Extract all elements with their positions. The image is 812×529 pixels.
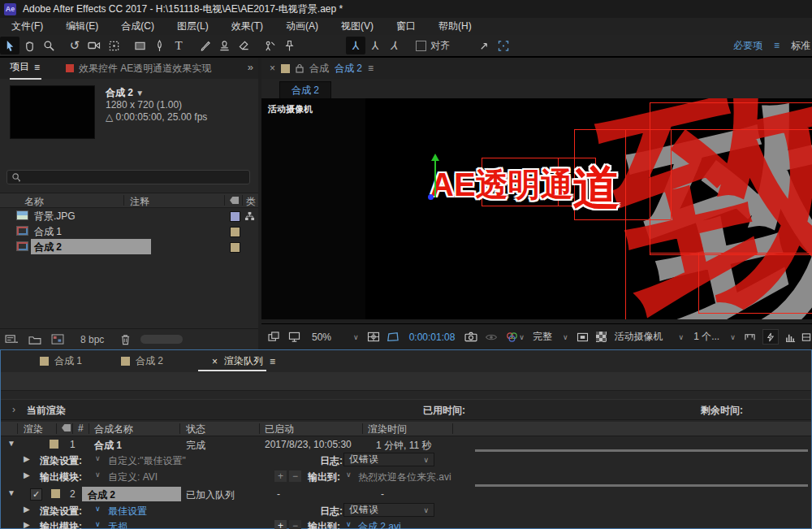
primary-viewer-icon[interactable]	[288, 332, 300, 342]
close-icon[interactable]: ×	[212, 356, 218, 367]
local-axis-mode-icon[interactable]: ⅄	[346, 37, 365, 54]
type-tool-icon[interactable]: T	[169, 37, 188, 54]
job-comp-name[interactable]: 合成 2	[88, 488, 115, 502]
panel-menu-icon[interactable]: ≡	[270, 356, 275, 367]
add-output-icon[interactable]: +	[274, 470, 287, 482]
expand-caret-icon[interactable]: ▼	[7, 488, 15, 497]
tab-comp1[interactable]: 合成 1	[40, 354, 82, 368]
settings-value[interactable]: 最佳设置	[108, 505, 147, 518]
module-value[interactable]: 无损	[108, 520, 127, 529]
trash-icon[interactable]	[120, 334, 131, 345]
col-type[interactable]: 类	[246, 195, 256, 209]
world-axis-mode-icon[interactable]: ⅄	[365, 37, 385, 54]
render-checkbox[interactable]: ✓	[30, 488, 42, 501]
project-row-bg-jpg[interactable]: 背景.JPG	[0, 208, 258, 223]
menu-help[interactable]: 帮助(H)	[427, 18, 483, 35]
tab-comp2[interactable]: 合成 2	[121, 354, 163, 368]
transparency-grid-icon[interactable]	[596, 332, 607, 342]
chevron-down-icon[interactable]: ∨	[346, 470, 352, 479]
add-output-icon[interactable]: +	[274, 520, 287, 529]
current-render-label[interactable]: 当前渲染	[27, 404, 66, 418]
tab-overflow-icon[interactable]: »	[248, 61, 253, 73]
remove-output-icon[interactable]: −	[289, 470, 301, 482]
hand-tool-icon[interactable]	[19, 37, 39, 54]
col-render[interactable]: 渲染	[24, 423, 43, 436]
comp-info-caret-icon[interactable]: ▼	[136, 89, 144, 98]
chevron-down-icon[interactable]: ∨	[95, 470, 101, 479]
anchor-point[interactable]	[428, 194, 434, 200]
puppet-pin-tool-icon[interactable]	[279, 37, 299, 54]
view-layout-dropdown[interactable]: 1 个... ∨	[693, 330, 736, 344]
close-icon[interactable]: ×	[270, 63, 275, 74]
resolution-dropdown[interactable]: 完整 ∨	[533, 330, 568, 344]
col-started[interactable]: 已启动	[265, 423, 294, 436]
composition-canvas[interactable]: 致 致 AE透明通道 活动摄像机	[261, 98, 812, 324]
col-num[interactable]: #	[78, 423, 84, 434]
menu-edit[interactable]: 编辑(E)	[54, 18, 110, 35]
eraser-tool-icon[interactable]	[234, 37, 253, 54]
col-render-time[interactable]: 渲染时间	[368, 423, 407, 436]
output-value[interactable]: 热烈欢迎各位来宾.avi	[358, 470, 451, 484]
new-composition-icon[interactable]	[51, 334, 64, 345]
reset-exposure-icon[interactable]	[744, 332, 756, 342]
col-comment[interactable]: 注释	[130, 195, 149, 209]
label-swatch[interactable]	[230, 211, 240, 222]
interpret-footage-icon[interactable]	[5, 334, 19, 345]
show-snapshot-icon[interactable]	[485, 332, 498, 342]
pan-behind-tool-icon[interactable]	[104, 37, 123, 54]
adjust-exposure-icon[interactable]	[762, 329, 779, 345]
expand-caret-icon[interactable]: ▶	[24, 520, 30, 529]
brush-tool-icon[interactable]	[195, 37, 214, 54]
render-job-row[interactable]: ▼ ✓ 2 合成 2 已加入队列 - -	[1, 487, 811, 501]
expand-caret-icon[interactable]: ▼	[7, 439, 15, 448]
col-status[interactable]: 状态	[186, 423, 205, 436]
tab-effect-controls[interactable]: 效果控件 AE透明通道效果实现	[66, 62, 211, 76]
new-folder-icon[interactable]	[28, 335, 41, 345]
expand-caret-icon[interactable]: ▶	[24, 470, 30, 479]
label-swatch[interactable]	[230, 242, 240, 253]
menu-view[interactable]: 视图(V)	[330, 18, 385, 35]
bit-depth-button[interactable]: 8 bpc	[80, 334, 104, 345]
project-row-comp1[interactable]: 合成 1	[0, 223, 258, 239]
chevron-down-icon[interactable]: ∨	[95, 520, 101, 528]
col-label-icon[interactable]	[62, 424, 71, 431]
col-label-icon[interactable]	[230, 197, 239, 204]
scrollbar-thumb[interactable]	[140, 335, 183, 344]
comp-info-name[interactable]: 合成 2	[106, 87, 133, 98]
lock-icon[interactable]	[296, 63, 304, 73]
grid-guides-icon[interactable]	[367, 332, 380, 342]
job-comp-name[interactable]: 合成 1	[94, 439, 122, 453]
menu-effect[interactable]: 效果(T)	[220, 18, 274, 35]
menu-layer[interactable]: 图层(L)	[166, 18, 220, 35]
label-swatch[interactable]	[50, 440, 58, 449]
viewer-comp-name[interactable]: 合成 2	[335, 62, 362, 76]
output-value[interactable]: 合成 2.avi	[358, 520, 401, 529]
log-dropdown[interactable]: 仅错误 ∨	[343, 503, 434, 517]
magnification-dropdown[interactable]: 50% ∨	[312, 332, 359, 343]
histogram-icon[interactable]	[785, 332, 797, 342]
selection-tool-icon[interactable]	[0, 37, 19, 54]
edge-cut-icon[interactable]	[801, 332, 811, 342]
expand-caret-icon[interactable]: ▶	[24, 505, 30, 514]
pen-tool-icon[interactable]	[149, 37, 169, 54]
snapshot-camera-icon[interactable]	[464, 332, 477, 342]
workspace-menu-icon[interactable]: ≡	[774, 40, 780, 51]
timecode[interactable]: 0:00:01:08	[409, 332, 456, 343]
label-swatch[interactable]	[230, 227, 240, 237]
project-search-input[interactable]	[6, 170, 250, 184]
marquee-corners-icon[interactable]	[494, 37, 513, 54]
menu-file[interactable]: 文件(F)	[0, 18, 54, 35]
project-row-comp2-selected[interactable]: 合成 2	[0, 239, 258, 254]
region-of-interest-icon[interactable]	[387, 332, 400, 342]
workspace-essentials[interactable]: 必要项	[733, 39, 762, 53]
module-value[interactable]: 自定义: AVI	[108, 470, 158, 484]
menu-animation[interactable]: 动画(A)	[274, 18, 330, 35]
graph-arrow-icon[interactable]	[474, 37, 494, 54]
view-axis-mode-icon[interactable]: ⅄	[383, 37, 407, 54]
shape-tool-icon[interactable]	[130, 37, 149, 54]
chevron-down-icon[interactable]: ∨	[95, 505, 101, 513]
zoom-tool-icon[interactable]	[39, 37, 58, 54]
workspace-standard[interactable]: 标准	[791, 39, 810, 53]
collapse-chevron-icon[interactable]: ›	[12, 404, 15, 415]
panel-menu-icon[interactable]: ≡	[34, 62, 40, 73]
